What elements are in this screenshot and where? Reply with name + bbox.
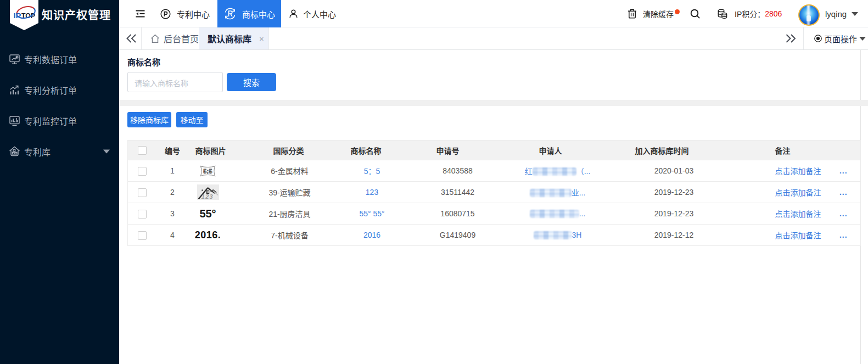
svg-text:5:5: 5:5 xyxy=(203,167,212,174)
svg-text:123: 123 xyxy=(201,193,213,200)
